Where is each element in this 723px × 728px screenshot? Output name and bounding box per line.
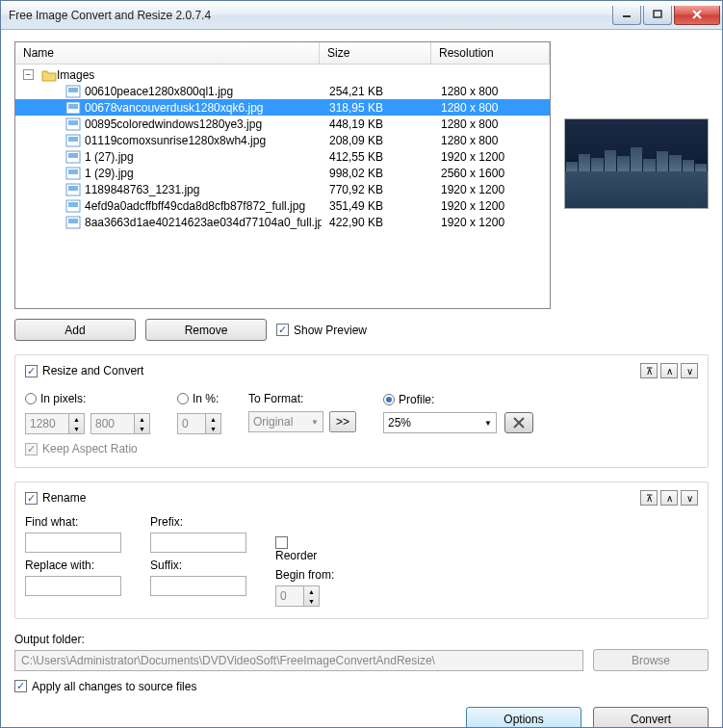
replace-with-input[interactable] — [25, 576, 121, 596]
apply-to-source-checkbox[interactable]: Apply all changes to source files — [14, 680, 196, 693]
pixel-width-input[interactable]: ▲▼ — [25, 413, 85, 434]
rename-enable-checkbox[interactable]: Rename — [25, 491, 86, 505]
list-item[interactable]: 1189848763_1231.jpg770,92 KB1920 x 1200 — [15, 181, 550, 197]
window-buttons — [612, 6, 720, 25]
window-title: Free Image Convert and Resize 2.0.7.4 — [9, 9, 612, 22]
radio-icon — [25, 393, 37, 404]
list-header: Name Size Resolution — [15, 42, 550, 65]
chevron-down-icon: ▼ — [305, 418, 319, 427]
preview-image — [564, 118, 709, 209]
resize-section: Resize and Convert ⊼ ∧ ∨ In pixels: ▲▼ ▲… — [14, 354, 709, 468]
list-item[interactable]: 4efd9a0adcffbff49cda8d8cfb87f872_full.jp… — [15, 197, 550, 214]
reorder-checkbox[interactable]: Reorder — [275, 536, 334, 562]
pixel-height-input[interactable]: ▲▼ — [90, 413, 150, 434]
svg-rect-13 — [68, 153, 78, 158]
resize-enable-checkbox[interactable]: Resize and Convert — [25, 364, 143, 377]
minimize-button[interactable] — [612, 6, 641, 25]
svg-rect-19 — [68, 202, 78, 207]
add-button[interactable]: Add — [14, 319, 136, 341]
to-format-label: To Format: — [248, 392, 356, 405]
col-size[interactable]: Size — [320, 42, 431, 64]
checkbox-icon — [276, 324, 289, 336]
profile-radio[interactable]: Profile: — [383, 393, 434, 406]
show-preview-checkbox[interactable]: Show Preview — [276, 324, 367, 337]
spin-down-icon[interactable]: ▼ — [69, 424, 84, 433]
list-item[interactable]: 1 (27).jpg412,55 KB1920 x 1200 — [15, 148, 550, 165]
svg-rect-7 — [68, 104, 78, 109]
in-pixels-radio[interactable]: In pixels: — [25, 392, 86, 405]
titlebar: Free Image Convert and Resize 2.0.7.4 — [1, 1, 722, 30]
list-item[interactable]: 00895coloredwindows1280ye3.jpg448,19 KB1… — [15, 116, 550, 132]
keep-aspect-ratio-checkbox: Keep Aspect Ratio — [25, 442, 150, 455]
suffix-label: Suffix: — [150, 559, 246, 572]
list-item[interactable]: 1 (29).jpg998,02 KB2560 x 1600 — [15, 165, 550, 181]
tree-folder[interactable]: −Images — [15, 66, 550, 83]
format-select: Original▼ — [248, 411, 323, 432]
delete-profile-button[interactable] — [504, 412, 533, 433]
collapse-down-icon[interactable]: ∨ — [681, 490, 698, 506]
list-item[interactable]: 00678vancouverdusk1280xqk6.jpg318,95 KB1… — [15, 99, 550, 116]
svg-rect-9 — [68, 120, 78, 125]
file-list[interactable]: Name Size Resolution −Images00610peace12… — [14, 41, 551, 309]
checkbox-icon — [25, 365, 38, 377]
col-name[interactable]: Name — [15, 42, 320, 64]
svg-rect-1 — [654, 11, 661, 17]
svg-rect-11 — [68, 137, 78, 142]
list-item[interactable]: 00610peace1280x800ql1.jpg254,21 KB1280 x… — [15, 83, 550, 99]
browse-button: Browse — [593, 649, 709, 671]
chevron-down-icon: ▼ — [478, 419, 492, 428]
svg-rect-5 — [68, 88, 78, 92]
collapse-down-icon[interactable]: ∨ — [681, 363, 698, 378]
suffix-input[interactable] — [150, 576, 246, 596]
maximize-button[interactable] — [643, 6, 672, 25]
radio-icon — [383, 394, 395, 405]
collapse-up-icon[interactable]: ∧ — [660, 490, 678, 506]
convert-button[interactable]: Convert — [593, 707, 709, 729]
options-button[interactable]: Options — [466, 707, 581, 729]
radio-icon — [177, 393, 189, 404]
find-what-label: Find what: — [25, 515, 121, 529]
begin-from-label: Begin from: — [275, 568, 334, 582]
collapse-all-icon[interactable]: ⊼ — [640, 490, 658, 506]
in-percent-radio[interactable]: In %: — [177, 392, 219, 405]
find-what-input[interactable] — [25, 533, 121, 553]
format-advanced-button[interactable]: >> — [329, 411, 356, 432]
percent-input[interactable]: ▲▼ — [177, 413, 221, 434]
begin-from-input[interactable]: ▲▼ — [275, 585, 320, 607]
profile-select[interactable]: 25%▼ — [383, 412, 497, 433]
replace-with-label: Replace with: — [25, 559, 121, 572]
prefix-label: Prefix: — [150, 515, 246, 529]
prefix-input[interactable] — [150, 533, 246, 553]
col-res[interactable]: Resolution — [431, 42, 550, 64]
list-item[interactable]: 01119comoxsunrise1280x8wh4.jpg208,09 KB1… — [15, 132, 550, 148]
checkbox-icon — [14, 680, 27, 692]
svg-rect-17 — [68, 186, 78, 191]
rename-section: Rename ⊼ ∧ ∨ Find what: Replace with: Pr… — [14, 481, 709, 619]
checkbox-icon — [25, 492, 38, 505]
list-item[interactable]: 8aa3663d1ae40214623ae034d77104a0_full.jp… — [15, 214, 550, 230]
preview-panel — [564, 41, 709, 309]
output-folder-input: C:\Users\Administrator\Documents\DVDVide… — [14, 650, 583, 671]
expander-icon[interactable]: − — [23, 69, 34, 80]
section-toggle-group: ⊼ ∧ ∨ — [640, 363, 698, 378]
spin-up-icon[interactable]: ▲ — [69, 414, 84, 424]
svg-rect-21 — [68, 219, 78, 223]
svg-rect-15 — [68, 169, 78, 174]
output-folder-label: Output folder: — [14, 633, 709, 646]
collapse-up-icon[interactable]: ∧ — [660, 363, 678, 378]
collapse-all-icon[interactable]: ⊼ — [640, 363, 658, 378]
close-button[interactable] — [674, 6, 720, 25]
remove-button[interactable]: Remove — [145, 319, 267, 341]
checkbox-icon — [275, 536, 288, 549]
